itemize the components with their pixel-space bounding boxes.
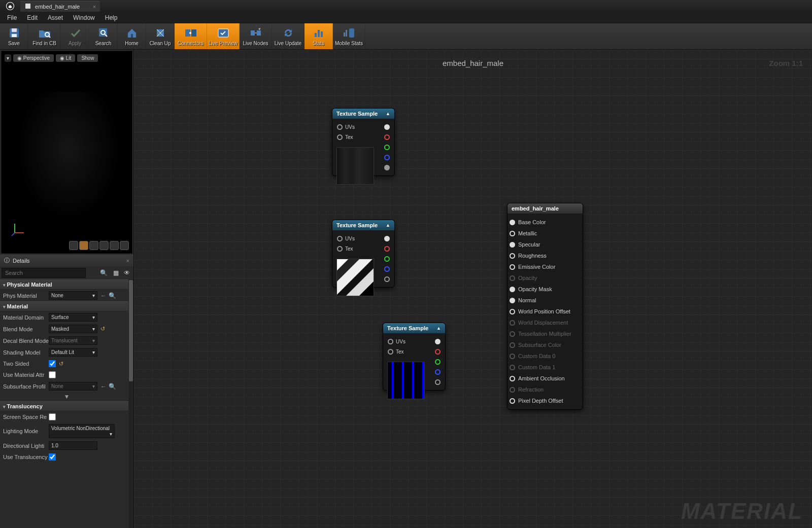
material-domain-select[interactable]: Surface ▾ xyxy=(49,313,97,322)
shape-custom[interactable] xyxy=(120,241,129,250)
output-pin-g[interactable] xyxy=(384,145,390,150)
toolbar-livepreview[interactable]: Live Preview xyxy=(207,23,240,49)
toolbar-livenodes[interactable]: Live Nodes xyxy=(240,23,272,49)
shape-plane[interactable] xyxy=(89,241,98,250)
two-sided-checkbox[interactable] xyxy=(49,360,56,367)
reset-icon[interactable]: ← xyxy=(100,292,107,299)
shading-model-select[interactable]: Default Lit ▾ xyxy=(49,348,97,357)
viewport-options[interactable]: ▾ xyxy=(5,54,11,62)
toolbar-home[interactable]: Home xyxy=(118,23,146,49)
result-pin-base-color[interactable]: Base Color xyxy=(507,217,583,228)
directional-light-input[interactable]: 1.0 xyxy=(49,441,97,450)
output-pin-rgb[interactable] xyxy=(384,236,390,241)
output-pin-g[interactable] xyxy=(384,256,390,262)
output-pin-b[interactable] xyxy=(384,266,390,272)
details-search-input[interactable] xyxy=(2,268,86,278)
result-pin-opacity-mask[interactable]: Opacity Mask xyxy=(507,284,583,295)
result-pin-ambient-occlusion[interactable]: Ambient Occlusion xyxy=(507,373,583,384)
lighting-mode-select[interactable]: Volumetric NonDirectional▾ xyxy=(49,424,115,438)
result-pin-world-displacement[interactable]: World Displacement xyxy=(507,317,583,328)
shape-cube[interactable] xyxy=(99,241,109,250)
screen-space-checkbox[interactable] xyxy=(49,413,56,420)
viewport-lit[interactable]: ◉ Lit xyxy=(56,54,75,62)
input-pin[interactable] xyxy=(337,246,343,252)
menu-asset[interactable]: Asset xyxy=(43,13,68,23)
texture-sample-node-2[interactable]: Texture Sample▲ UVs Tex xyxy=(332,220,395,288)
cat-material[interactable]: Material xyxy=(0,301,133,311)
output-pin-r[interactable] xyxy=(384,246,390,252)
toolbar-connectors[interactable]: Connectors xyxy=(175,23,207,49)
toolbar-mobilestats[interactable]: Mobile Stats xyxy=(333,23,365,49)
toolbar-apply[interactable]: Apply xyxy=(61,23,89,49)
viewport-perspective[interactable]: ◉ Perspective xyxy=(13,54,54,62)
output-pin-r[interactable] xyxy=(435,349,441,355)
output-pin-rgb[interactable] xyxy=(384,124,390,130)
blend-mode-select[interactable]: Masked ▾ xyxy=(49,325,97,333)
phys-material-select[interactable]: None ▾ xyxy=(49,291,97,300)
result-pin-refraction[interactable]: Refraction xyxy=(507,384,583,395)
toolbar-liveupdate[interactable]: Live Update xyxy=(272,23,304,49)
shape-sphere[interactable] xyxy=(79,241,88,250)
collapse-icon[interactable]: ▲ xyxy=(386,223,390,228)
texture-sample-node-3[interactable]: Texture Sample▲ UVs Tex xyxy=(383,323,446,391)
details-view-grid[interactable]: ▦ xyxy=(111,268,121,278)
material-result-node[interactable]: embed_hair_male Base ColorMetallicSpecul… xyxy=(507,203,583,410)
output-pin-g[interactable] xyxy=(435,359,441,365)
menu-window[interactable]: Window xyxy=(68,13,100,23)
cat-translucency[interactable]: Translucency xyxy=(0,401,133,411)
input-pin[interactable] xyxy=(337,134,343,140)
menu-edit[interactable]: Edit xyxy=(22,13,43,23)
result-pin-pixel-depth-offset[interactable]: Pixel Depth Offset xyxy=(507,395,583,406)
output-pin-b[interactable] xyxy=(435,369,441,375)
preview-viewport[interactable]: ▾ ◉ Perspective ◉ Lit Show xyxy=(1,51,132,254)
material-graph[interactable]: embed_hair_male Zoom 1:1 MATERIAL Textur… xyxy=(134,50,812,528)
details-view-eye[interactable]: 👁 xyxy=(122,268,132,278)
expand-icon[interactable]: ▼ xyxy=(0,392,133,401)
browse-icon[interactable]: 🔍 xyxy=(109,292,116,299)
reset-icon[interactable]: ← xyxy=(100,383,107,390)
shape-cylinder[interactable] xyxy=(69,241,78,250)
result-pin-roughness[interactable]: Roughness xyxy=(507,250,583,261)
result-pin-subsurface-color[interactable]: Subsurface Color xyxy=(507,339,583,350)
use-translucency-checkbox[interactable] xyxy=(49,453,56,461)
output-pin-a[interactable] xyxy=(435,379,441,385)
result-pin-normal[interactable]: Normal xyxy=(507,295,583,306)
output-pin-a[interactable] xyxy=(384,276,390,282)
shape-teapot[interactable] xyxy=(110,241,119,250)
use-material-attr-checkbox[interactable] xyxy=(49,371,56,378)
result-pin-specular[interactable]: Specular xyxy=(507,239,583,250)
result-pin-tessellation-multiplier[interactable]: Tessellation Multiplier xyxy=(507,328,583,339)
toolbar-cleanup[interactable]: Clean Up xyxy=(146,23,175,49)
result-pin-opacity[interactable]: Opacity xyxy=(507,272,583,284)
output-pin-b[interactable] xyxy=(384,155,390,160)
input-pin[interactable] xyxy=(337,236,343,241)
revert-icon[interactable]: ↺ xyxy=(100,326,105,332)
browse-icon[interactable]: 🔍 xyxy=(109,383,116,390)
output-pin-a[interactable] xyxy=(384,165,390,170)
result-pin-metallic[interactable]: Metallic xyxy=(507,228,583,239)
input-pin[interactable] xyxy=(388,349,393,355)
cat-physical-material[interactable]: Physical Material xyxy=(0,279,133,290)
output-pin-rgb[interactable] xyxy=(435,339,441,344)
details-scrollbar[interactable] xyxy=(128,279,133,528)
details-panel-header[interactable]: ⓘDetails xyxy=(0,255,133,266)
menu-help[interactable]: Help xyxy=(100,13,123,23)
result-pin-emissive-color[interactable]: Emissive Color xyxy=(507,261,583,272)
input-pin[interactable] xyxy=(388,339,393,344)
input-pin[interactable] xyxy=(337,124,343,130)
collapse-icon[interactable]: ▲ xyxy=(436,326,441,331)
toolbar-save[interactable]: Save xyxy=(0,23,28,49)
collapse-icon[interactable]: ▲ xyxy=(386,111,390,116)
toolbar-stats[interactable]: Stats xyxy=(304,23,333,49)
output-pin-r[interactable] xyxy=(384,134,390,140)
toolbar-find[interactable]: Find in CB xyxy=(28,23,61,49)
texture-sample-node-1[interactable]: Texture Sample▲ UVs Tex xyxy=(332,108,395,176)
revert-icon[interactable]: ↺ xyxy=(59,361,63,367)
result-pin-world-position-offset[interactable]: World Position Offset xyxy=(507,306,583,317)
result-pin-custom-data-1[interactable]: Custom Data 1 xyxy=(507,362,583,373)
menu-file[interactable]: File xyxy=(2,13,22,23)
viewport-show[interactable]: Show xyxy=(77,54,98,62)
toolbar-search[interactable]: Search xyxy=(89,23,118,49)
result-pin-custom-data-0[interactable]: Custom Data 0 xyxy=(507,350,583,362)
document-tab[interactable]: embed_hair_male xyxy=(20,1,100,12)
